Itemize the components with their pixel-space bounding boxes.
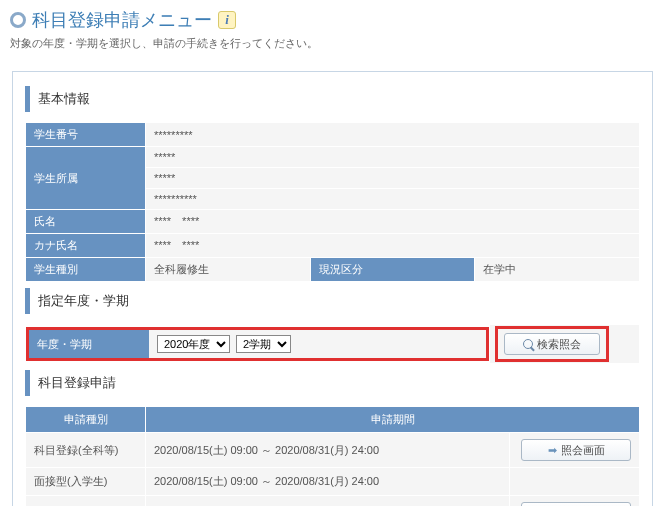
cell-type: 面接追加 xyxy=(26,496,146,507)
circle-icon xyxy=(10,12,26,28)
page-header: 科目登録申請メニュー i 対象の年度・学期を選択し、申請の手続きを行ってください… xyxy=(0,0,665,63)
label-type: 学生種別 xyxy=(26,258,146,282)
view-button-label: 照会画面 xyxy=(561,443,605,458)
table-row: 科目登録(全科等) 2020/08/15(土) 09:00 ～ 2020/08/… xyxy=(26,433,640,468)
cell-period: 2020/08/15(土) 09:00 ～ 2020/08/31(月) 24:0… xyxy=(146,468,510,496)
table-row: 面接追加 2020/10/23(金) 15:00 ～ 2021/01/17(日)… xyxy=(26,496,640,507)
col-period: 申請期間 xyxy=(146,407,640,433)
section-applications: 科目登録申請 xyxy=(25,370,640,396)
label-name: 氏名 xyxy=(26,210,146,234)
value-kana: **** **** xyxy=(146,234,640,258)
value-status: 在学中 xyxy=(475,258,640,282)
table-row: 面接型(入学生) 2020/08/15(土) 09:00 ～ 2020/08/3… xyxy=(26,468,640,496)
main-panel: 基本情報 学生番号 ********* 学生所属 ***** ***** ***… xyxy=(12,71,653,506)
arrow-icon: ➡ xyxy=(548,444,557,457)
page-subtitle: 対象の年度・学期を選択し、申請の手続きを行ってください。 xyxy=(10,32,655,59)
label-status: 現況区分 xyxy=(310,258,475,282)
value-affiliation-1: ***** xyxy=(146,147,640,168)
search-highlight: 検索照会 xyxy=(498,329,606,359)
search-button[interactable]: 検索照会 xyxy=(504,333,600,355)
search-icon xyxy=(523,339,533,349)
section-term-select: 指定年度・学期 xyxy=(25,288,640,314)
value-name: **** **** xyxy=(146,210,640,234)
basic-info-table: 学生番号 ********* 学生所属 ***** ***** ********… xyxy=(25,122,640,282)
value-type: 全科履修生 xyxy=(146,258,311,282)
term-select-table: 年度・学期 2020年度 2学期 xyxy=(25,324,640,364)
value-affiliation-2: ***** xyxy=(146,168,640,189)
label-affiliation: 学生所属 xyxy=(26,147,146,210)
label-term: 年度・学期 xyxy=(29,330,149,358)
search-button-label: 検索照会 xyxy=(537,337,581,352)
cell-type: 面接型(入学生) xyxy=(26,468,146,496)
col-type: 申請種別 xyxy=(26,407,146,433)
value-affiliation-3: ********** xyxy=(146,189,640,210)
cell-period: 2020/08/15(土) 09:00 ～ 2020/08/31(月) 24:0… xyxy=(146,433,510,468)
view-button[interactable]: ➡ 照会画面 xyxy=(521,439,631,461)
label-kana: カナ氏名 xyxy=(26,234,146,258)
label-student-no: 学生番号 xyxy=(26,123,146,147)
term-select[interactable]: 2学期 xyxy=(236,335,291,353)
page-title: 科目登録申請メニュー xyxy=(32,8,212,32)
section-basic-info: 基本情報 xyxy=(25,86,640,112)
info-icon[interactable]: i xyxy=(218,11,236,29)
vacancy-button[interactable]: ➡ 空席照会 xyxy=(521,502,631,506)
cell-type: 科目登録(全科等) xyxy=(26,433,146,468)
year-select[interactable]: 2020年度 xyxy=(157,335,230,353)
value-student-no: ********* xyxy=(146,123,640,147)
applications-table: 申請種別 申請期間 科目登録(全科等) 2020/08/15(土) 09:00 … xyxy=(25,406,640,506)
cell-period: 2020/10/23(金) 15:00 ～ 2021/01/17(日) 24:0… xyxy=(146,496,510,507)
